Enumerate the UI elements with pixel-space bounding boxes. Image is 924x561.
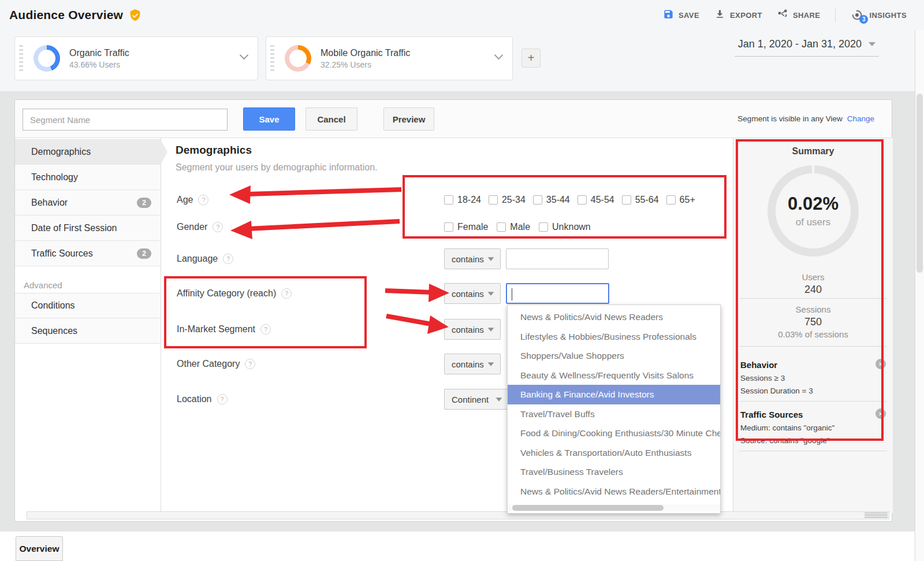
traffic-sources-count-badge: 2 xyxy=(137,248,151,259)
users-value: 240 xyxy=(733,284,893,296)
age-label: Age ? xyxy=(177,190,208,210)
help-icon[interactable]: ? xyxy=(217,394,228,404)
sessions-value: 750 xyxy=(733,316,893,328)
dropdown-item[interactable]: Travel/Business Travelers xyxy=(508,462,720,482)
dropdown-item[interactable]: News & Politics/Avid News Readers xyxy=(508,307,720,327)
gender-checkbox-unknown[interactable]: Unknown xyxy=(539,222,591,232)
sidebar-item-date-of-first-session[interactable]: Date of First Session xyxy=(15,216,161,241)
affinity-autocomplete-dropdown: News & Politics/Avid News Readers Lifest… xyxy=(507,304,721,514)
insights-icon: 3 xyxy=(851,9,865,21)
add-segment-button[interactable]: + xyxy=(521,49,541,68)
in-market-segment-label: In-Market Segment ? xyxy=(177,319,271,340)
location-operator-select[interactable]: Continent xyxy=(444,389,509,410)
age-checkbox-18-24[interactable]: 18-24 xyxy=(444,195,481,205)
drag-handle-icon[interactable] xyxy=(19,45,23,72)
age-checkbox-65plus[interactable]: 65+ xyxy=(666,195,695,205)
summary-users-caption: of users xyxy=(796,217,830,228)
sidebar-divider xyxy=(161,138,161,513)
horizontal-scrollbar[interactable] xyxy=(27,511,889,519)
dropdown-item[interactable]: News & Politics/Avid News Readers/Entert… xyxy=(508,482,720,501)
insights-badge: 3 xyxy=(859,15,868,24)
checkbox-icon xyxy=(666,195,676,205)
gender-checkbox-male[interactable]: Male xyxy=(497,222,530,232)
scrollbar-thumb[interactable] xyxy=(916,94,923,273)
dropdown-item[interactable]: Beauty & Wellness/Frequently Visits Salo… xyxy=(508,366,720,385)
summary-donut-chart: 0.02% of users xyxy=(767,165,859,257)
top-actions: SAVE EXPORT SHARE 3 INSIGHTS xyxy=(663,0,907,30)
help-icon[interactable]: ? xyxy=(198,195,208,205)
segment-visibility: Segment is visible in any ViewChange xyxy=(737,114,874,123)
segment-save-button[interactable]: Save xyxy=(243,107,295,131)
dropdown-item[interactable]: Travel/Travel Buffs xyxy=(508,404,720,424)
gender-checkbox-female[interactable]: Female xyxy=(444,222,488,232)
vertical-scrollbar[interactable] xyxy=(915,30,924,561)
segment-builder-panel: Save Cancel Preview Segment is visible i… xyxy=(14,99,892,522)
age-checkbox-45-54[interactable]: 45-54 xyxy=(578,195,614,205)
dropdown-horizontal-scrollbar[interactable] xyxy=(508,504,720,511)
save-button[interactable]: SAVE xyxy=(663,9,699,21)
affinity-value-input[interactable] xyxy=(506,283,609,304)
help-icon[interactable]: ? xyxy=(260,324,271,335)
export-icon xyxy=(714,9,725,21)
sidebar-item-traffic-sources[interactable]: Traffic Sources 2 xyxy=(15,241,161,266)
location-label: Location ? xyxy=(177,389,228,410)
dropdown-item[interactable]: Lifestyles & Hobbies/Business Profession… xyxy=(508,327,720,347)
remove-traffic-sources-button[interactable]: ✕ xyxy=(875,408,886,419)
sidebar-item-sequences[interactable]: Sequences xyxy=(15,318,161,344)
scrollbar-thumb[interactable] xyxy=(865,512,888,518)
sessions-label: Sessions xyxy=(733,304,893,314)
in-market-operator-select[interactable]: contains xyxy=(444,319,501,340)
summary-behavior-line: Session Duration = 3 xyxy=(740,387,813,395)
chevron-down-icon[interactable] xyxy=(494,51,504,60)
tab-overview[interactable]: Overview xyxy=(16,536,63,561)
sidebar-item-technology[interactable]: Technology xyxy=(15,165,161,190)
segment-card-mobile-organic-traffic[interactable]: Mobile Organic Traffic 32.25% Users xyxy=(266,36,513,80)
dropdown-item[interactable]: Vehicles & Transportation/Auto Enthusias… xyxy=(508,443,720,463)
age-checkbox-25-34[interactable]: 25-34 xyxy=(489,195,526,205)
checkbox-icon xyxy=(489,195,498,205)
sidebar-item-behavior[interactable]: Behavior 2 xyxy=(15,190,161,216)
scrollbar-thumb[interactable] xyxy=(512,505,664,511)
summary-panel: Summary 0.02% of users Users 240 Session… xyxy=(733,138,893,513)
dropdown-item[interactable]: Food & Dining/Cooking Enthusiasts/30 Min… xyxy=(508,423,720,443)
date-range-selector[interactable]: Jan 1, 2020 - Jan 31, 2020 xyxy=(735,37,879,57)
header-divider xyxy=(835,8,836,23)
segment-preview-button[interactable]: Preview xyxy=(383,107,434,131)
segment-cancel-button[interactable]: Cancel xyxy=(305,107,357,131)
remove-behavior-button[interactable]: ✕ xyxy=(875,359,886,369)
export-button[interactable]: EXPORT xyxy=(714,9,762,21)
sidebar-item-conditions[interactable]: Conditions xyxy=(15,293,161,318)
chevron-down-icon xyxy=(488,292,494,295)
segment-donut-chart xyxy=(33,45,60,72)
chevron-down-icon xyxy=(869,42,875,46)
other-category-operator-select[interactable]: contains xyxy=(444,354,501,374)
drag-handle-icon[interactable] xyxy=(270,45,274,72)
age-checkbox-35-44[interactable]: 35-44 xyxy=(533,195,570,205)
help-icon[interactable]: ? xyxy=(245,359,255,369)
dropdown-item[interactable]: Shoppers/Value Shoppers xyxy=(508,346,720,366)
summary-users-percent: 0.02% xyxy=(788,194,839,214)
age-checkbox-55-64[interactable]: 55-64 xyxy=(622,195,659,205)
share-button[interactable]: SHARE xyxy=(777,9,821,21)
help-icon[interactable]: ? xyxy=(223,254,233,264)
insights-button[interactable]: 3 INSIGHTS xyxy=(851,9,907,21)
checkbox-icon xyxy=(622,195,631,205)
segment-card-organic-traffic[interactable]: Organic Traffic 43.66% Users xyxy=(14,36,258,80)
help-icon[interactable]: ? xyxy=(281,288,292,299)
chevron-down-icon[interactable] xyxy=(240,51,249,60)
language-operator-select[interactable]: contains xyxy=(444,248,501,269)
sidebar-item-demographics[interactable]: Demographics xyxy=(15,139,161,165)
summary-traffic-sources-line: Source: contains "google" xyxy=(740,436,829,445)
checkbox-icon xyxy=(444,222,453,232)
summary-title: Summary xyxy=(733,146,893,157)
share-icon xyxy=(777,9,788,21)
dropdown-item-selected[interactable]: Banking & Finance/Avid Investors xyxy=(508,385,720,404)
change-visibility-link[interactable]: Change xyxy=(847,114,874,123)
language-value-input[interactable] xyxy=(506,248,609,269)
segment-name-input[interactable] xyxy=(23,109,228,131)
checkbox-icon xyxy=(533,195,542,205)
gender-label: Gender ? xyxy=(177,217,223,237)
affinity-operator-select[interactable]: contains xyxy=(444,283,501,304)
help-icon[interactable]: ? xyxy=(213,222,223,232)
segment-name: Organic Traffic xyxy=(69,48,129,58)
